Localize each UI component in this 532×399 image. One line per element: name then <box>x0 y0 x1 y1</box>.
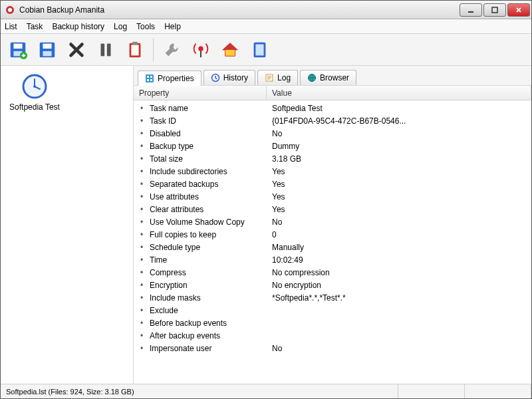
main-pane: Properties History Log Browser Pr <box>134 66 531 384</box>
property-name: Separated backups <box>150 180 272 189</box>
menu-help[interactable]: Help <box>164 22 181 31</box>
app-window: Cobian Backup Amanita List Task Backup h… <box>0 0 532 399</box>
bullet-icon: • <box>134 255 150 265</box>
property-name: Task name <box>150 104 272 113</box>
svg-rect-22 <box>147 79 149 81</box>
bullet-icon: • <box>134 268 150 277</box>
svg-rect-2 <box>468 11 473 13</box>
property-row[interactable]: •Impersonate userNo <box>134 342 531 354</box>
statusbar-cell-2 <box>398 384 465 398</box>
property-name: Time <box>150 255 272 265</box>
property-row[interactable]: •Time10:02:49 <box>134 253 531 266</box>
home-button[interactable] <box>217 37 243 63</box>
property-value: *Softpedia*.*,*Test*.* <box>272 293 531 303</box>
new-task-button[interactable] <box>5 37 31 63</box>
clipboard-button[interactable] <box>122 37 148 63</box>
property-value: Yes <box>272 205 531 214</box>
property-value: No <box>272 344 531 353</box>
property-value: No encryption <box>272 281 531 290</box>
maximize-button[interactable] <box>483 3 506 17</box>
bullet-icon: • <box>134 281 150 290</box>
tab-properties[interactable]: Properties <box>138 70 201 86</box>
column-value[interactable]: Value <box>267 86 531 100</box>
property-row[interactable]: •EncryptionNo encryption <box>134 279 531 291</box>
task-list-sidebar[interactable]: Softpedia Test <box>1 66 134 384</box>
property-row[interactable]: •DisabledNo <box>134 127 531 140</box>
property-row[interactable]: •Before backup events <box>134 317 531 329</box>
minimize-button[interactable] <box>460 3 482 17</box>
task-item[interactable]: Softpedia Test <box>5 70 65 115</box>
close-button[interactable] <box>507 3 530 17</box>
property-row[interactable]: •After backup events <box>134 329 531 342</box>
menu-log[interactable]: Log <box>114 22 127 31</box>
tab-browser[interactable]: Browser <box>300 70 356 85</box>
toolbar <box>1 34 531 66</box>
property-row[interactable]: •Full copies to keep0 <box>134 228 531 241</box>
statusbar-text: Softpedia.lst (Files: 924, Size: 3.18 GB… <box>1 384 398 398</box>
tab-label: History <box>223 73 248 82</box>
svg-rect-20 <box>146 74 154 82</box>
property-row[interactable]: •Exclude <box>134 304 531 317</box>
delete-button[interactable] <box>63 37 90 63</box>
pause-button[interactable] <box>92 37 119 63</box>
antenna-icon <box>191 40 211 60</box>
window-title: Cobian Backup Amanita <box>19 5 460 15</box>
bullet-icon: • <box>134 306 150 315</box>
bullet-icon: • <box>134 230 150 239</box>
tab-label: Properties <box>158 74 194 83</box>
properties-pane[interactable]: Property Value •Task nameSoftpedia Test•… <box>134 86 531 384</box>
menu-task[interactable]: Task <box>27 22 43 31</box>
bullet-icon: • <box>134 154 150 164</box>
property-name: After backup events <box>150 331 272 340</box>
property-row[interactable]: •Total size3.18 GB <box>134 152 531 165</box>
menu-tools[interactable]: Tools <box>136 22 155 31</box>
bullet-icon: • <box>134 243 150 252</box>
svg-rect-10 <box>43 51 51 56</box>
property-row[interactable]: •Backup typeDummy <box>134 140 531 152</box>
property-row[interactable]: •Include masks*Softpedia*.*,*Test*.* <box>134 291 531 304</box>
history-icon <box>211 73 220 82</box>
property-name: Encryption <box>150 281 272 290</box>
property-row[interactable]: •Schedule typeManually <box>134 241 531 253</box>
svg-rect-17 <box>255 44 263 55</box>
bullet-icon: • <box>134 116 150 126</box>
broadcast-button[interactable] <box>188 37 214 63</box>
property-row[interactable]: •Use Volume Shadow CopyNo <box>134 215 531 228</box>
column-property[interactable]: Property <box>134 86 267 100</box>
settings-button[interactable] <box>158 37 185 63</box>
task-item-label: Softpedia Test <box>9 102 60 112</box>
help-button[interactable] <box>246 37 273 63</box>
svg-rect-11 <box>101 43 105 56</box>
property-name: Disabled <box>150 129 272 138</box>
property-row[interactable]: •Task nameSoftpedia Test <box>134 102 531 114</box>
bullet-icon: • <box>134 205 150 214</box>
book-icon <box>249 40 269 60</box>
property-value: 10:02:49 <box>272 255 531 265</box>
browser-icon <box>307 73 317 82</box>
floppy-plus-icon <box>8 40 28 60</box>
property-value: Yes <box>272 167 531 176</box>
property-row[interactable]: •Clear attributesYes <box>134 203 531 215</box>
bullet-icon: • <box>134 129 150 138</box>
property-row[interactable]: •CompressNo compression <box>134 266 531 279</box>
bullet-icon: • <box>134 293 150 303</box>
tab-history[interactable]: History <box>203 70 255 85</box>
save-button[interactable] <box>34 37 61 63</box>
property-name: Full copies to keep <box>150 230 272 239</box>
properties-icon <box>145 74 154 83</box>
property-name: Use Volume Shadow Copy <box>150 217 272 227</box>
property-name: Include subdirectories <box>150 167 272 176</box>
floppy-icon <box>37 40 57 60</box>
property-value: {01F4FD0A-95C4-472C-B67B-0546... <box>272 116 531 126</box>
properties-header: Property Value <box>134 86 531 100</box>
property-name: Backup type <box>150 142 272 151</box>
tab-log[interactable]: Log <box>257 70 298 85</box>
property-row[interactable]: •Task ID{01F4FD0A-95C4-472C-B67B-0546... <box>134 114 531 127</box>
menu-backup-history[interactable]: Backup history <box>52 22 104 31</box>
svg-point-1 <box>8 8 12 12</box>
property-row[interactable]: •Separated backupsYes <box>134 178 531 190</box>
menu-list[interactable]: List <box>5 22 17 31</box>
property-row[interactable]: •Include subdirectoriesYes <box>134 165 531 178</box>
property-name: Before backup events <box>150 319 272 328</box>
property-row[interactable]: •Use attributesYes <box>134 190 531 203</box>
